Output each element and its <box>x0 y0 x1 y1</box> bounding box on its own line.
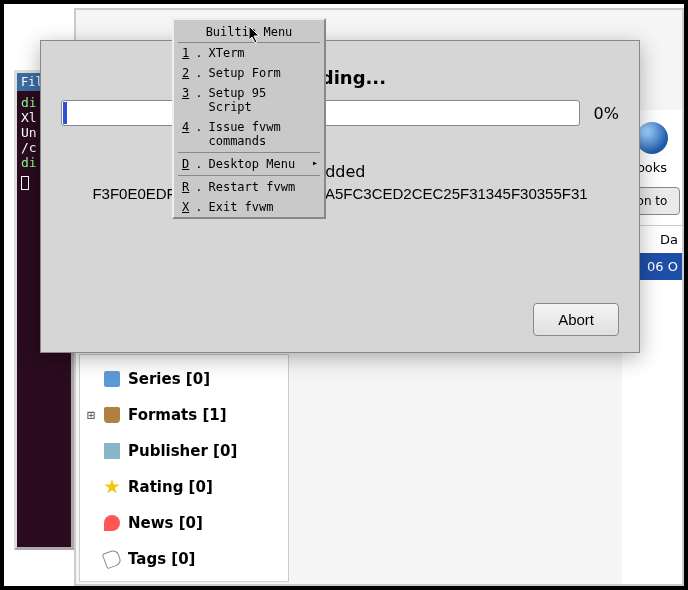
adding-dialog: Adding... 0% Added F3F0E0EDF25FF4E8E75FC… <box>40 40 640 353</box>
progress-percent: 0% <box>594 104 619 123</box>
dialog-title: Adding... <box>41 41 639 100</box>
sidebar-item-label: News [0] <box>128 514 203 532</box>
terminal-line: di <box>21 95 37 110</box>
menu-item-exit[interactable]: X. Exit fvwm <box>174 197 324 217</box>
terminal-line: di <box>21 155 37 170</box>
sidebar-item-formats[interactable]: ⊞ Formats [1] <box>80 397 288 433</box>
progress-fill <box>63 102 67 124</box>
abort-button[interactable]: Abort <box>533 303 619 336</box>
menu-item-setup-form[interactable]: 2. Setup Form <box>174 63 324 83</box>
sidebar-item-rating[interactable]: Rating [0] <box>80 469 288 505</box>
menu-mnemonic: X <box>182 200 189 214</box>
menu-separator <box>178 175 320 176</box>
menu-mnemonic: D <box>182 157 189 171</box>
sidebar-item-label: Rating [0] <box>128 478 213 496</box>
formats-icon <box>104 407 120 423</box>
sidebar-item-label: Publisher [0] <box>128 442 237 460</box>
menu-item-label: Exit fvwm <box>208 200 273 214</box>
menu-item-xterm[interactable]: 1. XTerm <box>174 43 324 63</box>
menu-item-desktop[interactable]: D. Desktop Menu <box>174 154 324 174</box>
publisher-icon <box>104 443 120 459</box>
menu-item-fvwm-cmds[interactable]: 4. Issue fvwm commands <box>174 117 324 151</box>
menu-mnemonic: 1 <box>182 46 189 60</box>
menu-item-label: XTerm <box>208 46 244 60</box>
sidebar-item-label: Formats [1] <box>128 406 227 424</box>
terminal-cursor <box>21 176 29 190</box>
menu-mnemonic: 2 <box>182 66 189 80</box>
sidebar: Series [0] ⊞ Formats [1] Publisher [0] R… <box>79 354 289 582</box>
status-hash: F3F0E0EDF25FF4E8E75FCCD1CA5FC3CED2CEC25F… <box>41 185 639 202</box>
menu-item-label: Setup Form <box>208 66 280 80</box>
news-icon <box>104 515 120 531</box>
sidebar-item-label: Tags [0] <box>128 550 195 568</box>
status-label: Added <box>41 126 639 185</box>
expander-icon[interactable]: ⊞ <box>86 409 96 422</box>
rating-icon <box>104 479 120 495</box>
menu-item-restart[interactable]: R. Restart fvwm <box>174 177 324 197</box>
sidebar-item-publisher[interactable]: Publisher [0] <box>80 433 288 469</box>
menu-item-setup-95[interactable]: 3. Setup 95 Script <box>174 83 324 117</box>
menu-item-label: Issue fvwm commands <box>208 120 316 148</box>
menu-separator <box>178 152 320 153</box>
menu-item-label: Setup 95 Script <box>208 86 316 114</box>
menu-mnemonic: 4 <box>182 120 189 148</box>
series-icon <box>104 371 120 387</box>
sidebar-item-series[interactable]: Series [0] <box>80 361 288 397</box>
menu-item-label: Desktop Menu <box>208 157 295 171</box>
menu-mnemonic: 3 <box>182 86 189 114</box>
sidebar-item-news[interactable]: News [0] <box>80 505 288 541</box>
globe-icon <box>636 122 668 154</box>
sidebar-item-label: Series [0] <box>128 370 210 388</box>
menu-mnemonic: R <box>182 180 189 194</box>
tags-icon <box>102 549 123 570</box>
menu-item-label: Restart fvwm <box>208 180 295 194</box>
sidebar-item-tags[interactable]: Tags [0] <box>80 541 288 577</box>
fvwm-builtin-menu[interactable]: Builtin Menu 1. XTerm 2. Setup Form 3. S… <box>172 18 326 219</box>
